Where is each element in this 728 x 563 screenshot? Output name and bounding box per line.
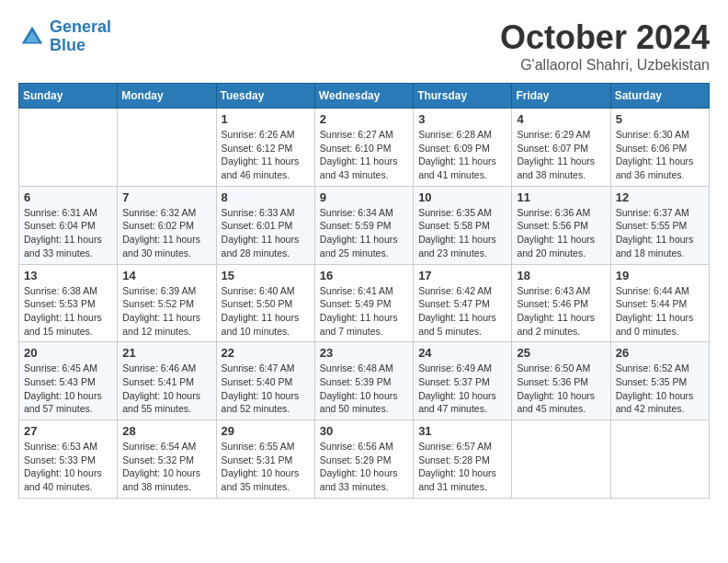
- day-info: Sunrise: 6:28 AM Sunset: 6:09 PM Dayligh…: [418, 128, 506, 182]
- day-number: 8: [222, 190, 310, 204]
- calendar-cell: 23 Sunrise: 6:48 AM Sunset: 5:39 PM Dayl…: [314, 342, 413, 420]
- day-number: 26: [616, 346, 704, 360]
- day-number: 12: [616, 190, 704, 204]
- day-info: Sunrise: 6:55 AM Sunset: 5:31 PM Dayligh…: [222, 440, 310, 494]
- calendar-cell: 25 Sunrise: 6:50 AM Sunset: 5:36 PM Dayl…: [512, 342, 610, 420]
- day-info: Sunrise: 6:35 AM Sunset: 5:58 PM Dayligh…: [418, 206, 506, 260]
- day-number: 21: [122, 346, 210, 360]
- day-info: Sunrise: 6:27 AM Sunset: 6:10 PM Dayligh…: [320, 128, 408, 182]
- calendar-cell: 14 Sunrise: 6:39 AM Sunset: 5:52 PM Dayl…: [118, 264, 216, 342]
- day-info: Sunrise: 6:33 AM Sunset: 6:01 PM Dayligh…: [222, 206, 310, 260]
- calendar-cell: 8 Sunrise: 6:33 AM Sunset: 6:01 PM Dayli…: [216, 186, 314, 264]
- day-info: Sunrise: 6:38 AM Sunset: 5:53 PM Dayligh…: [24, 284, 112, 339]
- calendar-week-4: 20 Sunrise: 6:45 AM Sunset: 5:43 PM Dayl…: [19, 342, 710, 420]
- day-info: Sunrise: 6:48 AM Sunset: 5:39 PM Dayligh…: [320, 362, 408, 416]
- day-number: 23: [320, 346, 408, 360]
- day-info: Sunrise: 6:50 AM Sunset: 5:36 PM Dayligh…: [517, 362, 605, 416]
- weekday-header-sunday: Sunday: [19, 84, 118, 109]
- calendar-cell: 1 Sunrise: 6:26 AM Sunset: 6:12 PM Dayli…: [216, 109, 314, 187]
- calendar-cell: [512, 420, 610, 499]
- day-info: Sunrise: 6:41 AM Sunset: 5:49 PM Dayligh…: [320, 284, 408, 339]
- day-number: 31: [418, 424, 506, 438]
- day-number: 1: [222, 112, 310, 126]
- weekday-header-thursday: Thursday: [414, 84, 512, 109]
- weekday-header-tuesday: Tuesday: [216, 84, 314, 109]
- day-info: Sunrise: 6:45 AM Sunset: 5:43 PM Dayligh…: [24, 362, 112, 416]
- title-block: October 2024 G'allaorol Shahri, Uzbekist…: [500, 18, 710, 74]
- calendar-cell: 30 Sunrise: 6:56 AM Sunset: 5:29 PM Dayl…: [314, 420, 413, 499]
- calendar-cell: [610, 420, 709, 499]
- day-number: 24: [418, 346, 506, 360]
- calendar-cell: 13 Sunrise: 6:38 AM Sunset: 5:53 PM Dayl…: [19, 264, 118, 342]
- weekday-header-friday: Friday: [512, 84, 610, 109]
- calendar-week-5: 27 Sunrise: 6:53 AM Sunset: 5:33 PM Dayl…: [19, 420, 710, 499]
- logo-icon: [18, 23, 46, 51]
- calendar-cell: 27 Sunrise: 6:53 AM Sunset: 5:33 PM Dayl…: [19, 420, 118, 499]
- day-info: Sunrise: 6:49 AM Sunset: 5:37 PM Dayligh…: [418, 362, 506, 416]
- day-info: Sunrise: 6:29 AM Sunset: 6:07 PM Dayligh…: [517, 128, 605, 182]
- day-info: Sunrise: 6:56 AM Sunset: 5:29 PM Dayligh…: [320, 440, 408, 494]
- day-number: 16: [320, 269, 408, 282]
- calendar-cell: 11 Sunrise: 6:36 AM Sunset: 5:56 PM Dayl…: [512, 186, 610, 264]
- day-number: 29: [222, 424, 310, 438]
- calendar-cell: 16 Sunrise: 6:41 AM Sunset: 5:49 PM Dayl…: [314, 264, 413, 342]
- day-number: 10: [418, 190, 506, 204]
- logo-text: General Blue: [50, 18, 111, 55]
- day-info: Sunrise: 6:42 AM Sunset: 5:47 PM Dayligh…: [418, 284, 506, 339]
- calendar-cell: 6 Sunrise: 6:31 AM Sunset: 6:04 PM Dayli…: [19, 186, 118, 264]
- day-number: 19: [616, 269, 704, 282]
- day-number: 30: [320, 424, 408, 438]
- day-number: 15: [222, 269, 310, 282]
- calendar-cell: 31 Sunrise: 6:57 AM Sunset: 5:28 PM Dayl…: [414, 420, 512, 499]
- day-info: Sunrise: 6:44 AM Sunset: 5:44 PM Dayligh…: [616, 284, 704, 339]
- day-number: 6: [24, 190, 112, 204]
- calendar-cell: 29 Sunrise: 6:55 AM Sunset: 5:31 PM Dayl…: [216, 420, 314, 499]
- day-number: 22: [222, 346, 310, 360]
- calendar-cell: 20 Sunrise: 6:45 AM Sunset: 5:43 PM Dayl…: [19, 342, 118, 420]
- day-number: 28: [122, 424, 210, 438]
- calendar-cell: 19 Sunrise: 6:44 AM Sunset: 5:44 PM Dayl…: [610, 264, 709, 342]
- day-info: Sunrise: 6:40 AM Sunset: 5:50 PM Dayligh…: [222, 284, 310, 339]
- day-info: Sunrise: 6:54 AM Sunset: 5:32 PM Dayligh…: [122, 440, 210, 494]
- day-number: 27: [24, 424, 112, 438]
- weekday-header-wednesday: Wednesday: [314, 84, 413, 109]
- day-info: Sunrise: 6:52 AM Sunset: 5:35 PM Dayligh…: [616, 362, 704, 416]
- day-info: Sunrise: 6:39 AM Sunset: 5:52 PM Dayligh…: [122, 284, 210, 339]
- logo: General Blue: [18, 18, 111, 55]
- calendar-cell: 22 Sunrise: 6:47 AM Sunset: 5:40 PM Dayl…: [216, 342, 314, 420]
- calendar-cell: 5 Sunrise: 6:30 AM Sunset: 6:06 PM Dayli…: [610, 109, 709, 187]
- calendar-cell: [118, 109, 216, 187]
- page-header: General Blue October 2024 G'allaorol Sha…: [18, 18, 710, 74]
- day-number: 11: [517, 190, 605, 204]
- calendar-cell: 26 Sunrise: 6:52 AM Sunset: 5:35 PM Dayl…: [610, 342, 709, 420]
- day-info: Sunrise: 6:57 AM Sunset: 5:28 PM Dayligh…: [418, 440, 506, 494]
- calendar-week-1: 1 Sunrise: 6:26 AM Sunset: 6:12 PM Dayli…: [19, 109, 710, 187]
- calendar-cell: 2 Sunrise: 6:27 AM Sunset: 6:10 PM Dayli…: [314, 109, 413, 187]
- day-number: 3: [418, 112, 506, 126]
- day-info: Sunrise: 6:31 AM Sunset: 6:04 PM Dayligh…: [24, 206, 112, 260]
- month-title: October 2024: [500, 18, 710, 57]
- calendar-cell: 18 Sunrise: 6:43 AM Sunset: 5:46 PM Dayl…: [512, 264, 610, 342]
- calendar-cell: 4 Sunrise: 6:29 AM Sunset: 6:07 PM Dayli…: [512, 109, 610, 187]
- day-info: Sunrise: 6:46 AM Sunset: 5:41 PM Dayligh…: [122, 362, 210, 416]
- location: G'allaorol Shahri, Uzbekistan: [500, 57, 710, 74]
- day-info: Sunrise: 6:47 AM Sunset: 5:40 PM Dayligh…: [222, 362, 310, 416]
- calendar-cell: 12 Sunrise: 6:37 AM Sunset: 5:55 PM Dayl…: [610, 186, 709, 264]
- day-number: 7: [122, 190, 210, 204]
- day-info: Sunrise: 6:26 AM Sunset: 6:12 PM Dayligh…: [222, 128, 310, 182]
- calendar-cell: 10 Sunrise: 6:35 AM Sunset: 5:58 PM Dayl…: [414, 186, 512, 264]
- day-number: 5: [616, 112, 704, 126]
- calendar-cell: 28 Sunrise: 6:54 AM Sunset: 5:32 PM Dayl…: [118, 420, 216, 499]
- calendar-cell: 21 Sunrise: 6:46 AM Sunset: 5:41 PM Dayl…: [118, 342, 216, 420]
- weekday-header-saturday: Saturday: [610, 84, 709, 109]
- day-info: Sunrise: 6:53 AM Sunset: 5:33 PM Dayligh…: [24, 440, 112, 494]
- calendar-cell: 7 Sunrise: 6:32 AM Sunset: 6:02 PM Dayli…: [118, 186, 216, 264]
- calendar-cell: 15 Sunrise: 6:40 AM Sunset: 5:50 PM Dayl…: [216, 264, 314, 342]
- calendar-cell: 17 Sunrise: 6:42 AM Sunset: 5:47 PM Dayl…: [414, 264, 512, 342]
- day-info: Sunrise: 6:30 AM Sunset: 6:06 PM Dayligh…: [616, 128, 704, 182]
- day-info: Sunrise: 6:34 AM Sunset: 5:59 PM Dayligh…: [320, 206, 408, 260]
- day-info: Sunrise: 6:43 AM Sunset: 5:46 PM Dayligh…: [517, 284, 605, 339]
- day-number: 14: [122, 269, 210, 282]
- day-number: 18: [517, 269, 605, 282]
- weekday-header-monday: Monday: [118, 84, 216, 109]
